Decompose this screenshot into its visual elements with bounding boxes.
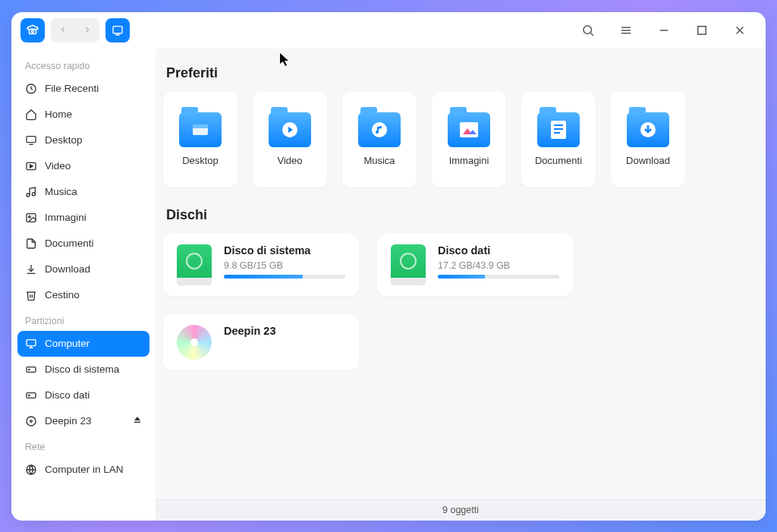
home-icon: [25, 109, 37, 121]
sidebar-item-disco-di-sistema[interactable]: Disco di sistema: [17, 357, 149, 382]
svg-marker-31: [134, 417, 140, 420]
folder-icon: [448, 112, 490, 147]
desktop-icon: [25, 134, 37, 146]
sidebar-item-download[interactable]: Download: [17, 257, 149, 282]
sidebar-item-computer-in-lan[interactable]: Computer in LAN: [17, 457, 149, 483]
sidebar-item-video[interactable]: Video: [17, 153, 149, 179]
favorite-label: Video: [277, 155, 302, 166]
sidebar-item-file-recenti[interactable]: File Recenti: [17, 76, 149, 102]
clock-icon: [25, 83, 37, 95]
svg-rect-14: [27, 136, 36, 142]
svg-point-28: [29, 395, 30, 395]
svg-point-1: [32, 30, 34, 33]
eject-icon[interactable]: [133, 415, 142, 427]
download-icon: [25, 263, 37, 275]
sidebar-item-label: Home: [45, 109, 72, 120]
statusbar: 9 oggetti: [156, 499, 766, 521]
svg-point-39: [376, 131, 379, 134]
sidebar-item-disco-dati[interactable]: Disco dati: [17, 382, 149, 408]
svg-rect-25: [27, 367, 36, 372]
sidebar-item-label: Deepin 23: [45, 415, 92, 427]
favorite-documenti[interactable]: Documenti: [521, 92, 596, 187]
disks-heading: Dischi: [166, 207, 755, 223]
svg-rect-35: [193, 124, 208, 128]
sidebar-item-desktop[interactable]: Desktop: [17, 127, 149, 153]
sidebar-item-documenti[interactable]: Documenti: [17, 231, 149, 257]
disk-usage-bar: [438, 275, 559, 279]
disk-name: Disco di sistema: [224, 244, 345, 257]
favorite-label: Download: [626, 155, 670, 166]
sidebar-section-header: Partizioni: [17, 308, 149, 331]
svg-line-5: [590, 33, 593, 35]
content-area: Preferiti DesktopVideoMusicaImmaginiDocu…: [156, 49, 766, 499]
sidebar-item-label: Disco dati: [45, 389, 90, 401]
svg-point-48: [187, 253, 202, 269]
favorite-label: Desktop: [182, 155, 219, 166]
disk-deepin-23[interactable]: Deepin 23: [163, 314, 359, 370]
svg-point-29: [27, 417, 36, 426]
disks-grid: Disco di sistema9.8 GB/15 GBDisco dati17…: [163, 234, 758, 370]
svg-point-49: [401, 253, 416, 269]
folder-icon: [358, 112, 401, 147]
hdd-icon: [391, 244, 426, 285]
maximize-button[interactable]: [690, 18, 714, 42]
trash-icon: [25, 289, 37, 301]
svg-rect-2: [113, 26, 122, 33]
disk-disco-dati[interactable]: Disco dati17.2 GB/43.9 GB: [377, 234, 573, 296]
sidebar-item-label: Musica: [45, 186, 77, 197]
sidebar-item-home[interactable]: Home: [17, 102, 149, 127]
forward-button[interactable]: [83, 24, 92, 37]
disk-disco-di-sistema[interactable]: Disco di sistema9.8 GB/15 GB: [163, 234, 359, 296]
hdd-icon: [25, 364, 37, 376]
sidebar-item-label: Video: [45, 160, 71, 172]
svg-point-26: [29, 369, 30, 370]
favorite-desktop[interactable]: Desktop: [163, 92, 238, 187]
sidebar-item-computer[interactable]: Computer: [17, 331, 149, 357]
svg-point-4: [584, 26, 592, 34]
favorite-download[interactable]: Download: [611, 92, 685, 187]
back-button[interactable]: [58, 24, 68, 37]
minimize-button[interactable]: [652, 18, 676, 42]
disk-size: 17.2 GB/43.9 GB: [438, 260, 559, 271]
image-icon: [25, 212, 37, 224]
svg-rect-32: [134, 422, 140, 423]
nav-buttons: [51, 18, 99, 42]
video-icon: [25, 160, 37, 172]
disk-size: 9.8 GB/15 GB: [224, 260, 345, 271]
sidebar-item-immagini[interactable]: Immagini: [17, 205, 149, 231]
sidebar-item-musica[interactable]: Musica: [17, 179, 149, 205]
menu-button[interactable]: [614, 18, 638, 42]
sidebar: Accesso rapidoFile RecentiHomeDesktopVid…: [11, 49, 156, 521]
hdd-icon: [25, 389, 37, 401]
disk-name: Disco dati: [438, 244, 559, 257]
sidebar-item-cestino[interactable]: Cestino: [17, 282, 149, 308]
doc-icon: [25, 238, 37, 250]
sidebar-section-header: Accesso rapido: [17, 53, 149, 76]
sidebar-item-label: File Recenti: [45, 83, 99, 94]
favorites-heading: Preferiti: [166, 65, 755, 81]
sidebar-item-deepin-23[interactable]: Deepin 23: [17, 408, 149, 434]
view-mode-button[interactable]: [105, 18, 130, 42]
sidebar-section-header: Rete: [17, 434, 149, 457]
app-logo[interactable]: [20, 18, 45, 42]
svg-rect-22: [27, 339, 36, 345]
favorites-grid: DesktopVideoMusicaImmaginiDocumentiDownl…: [163, 92, 758, 187]
sidebar-item-label: Computer in LAN: [45, 464, 124, 475]
favorite-musica[interactable]: Musica: [342, 92, 417, 187]
sidebar-item-label: Computer: [45, 338, 90, 349]
svg-point-38: [372, 122, 387, 137]
search-button[interactable]: [576, 18, 600, 42]
favorite-immagini[interactable]: Immagini: [432, 92, 506, 187]
folder-icon: [179, 112, 222, 147]
svg-rect-27: [27, 392, 36, 398]
favorite-label: Immagini: [449, 155, 489, 166]
sidebar-item-label: Disco di sistema: [45, 364, 119, 375]
favorite-video[interactable]: Video: [253, 92, 327, 187]
sidebar-item-label: Download: [45, 263, 90, 275]
disk-usage-bar: [224, 275, 345, 279]
cd-icon: [25, 415, 37, 427]
close-button[interactable]: [728, 18, 752, 42]
music-icon: [25, 186, 37, 198]
svg-rect-10: [698, 26, 706, 34]
svg-point-18: [27, 194, 30, 197]
